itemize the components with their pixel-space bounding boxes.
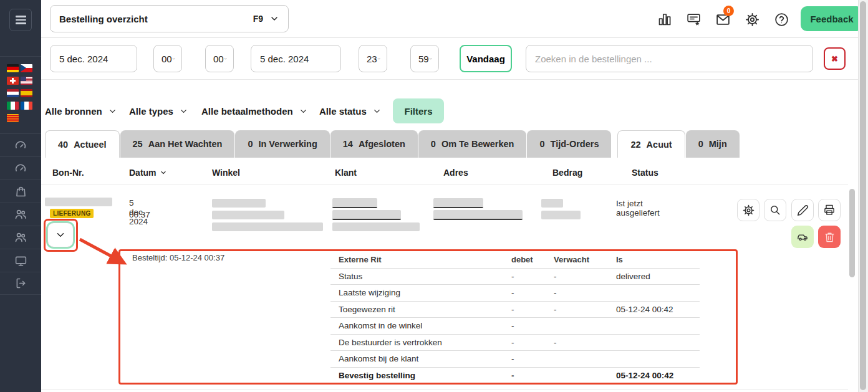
col-header-status[interactable]: Status	[632, 168, 658, 178]
minute-to-select[interactable]: 59	[410, 45, 439, 72]
col-header-adres[interactable]: Adres	[443, 168, 468, 178]
external-ride-table: Externe Rit debet Verwacht Is Status - -…	[330, 252, 700, 384]
page-scrollbar-thumb[interactable]	[860, 1, 866, 390]
minute-from-select[interactable]: 00	[205, 45, 234, 72]
tab-in-verwerking[interactable]: 0In Verwerking	[235, 130, 329, 158]
sidebar-nav	[0, 133, 41, 295]
sidebar-item-customers[interactable]	[0, 203, 41, 226]
detail-header-row: Externe Rit debet Verwacht Is	[330, 252, 700, 269]
tab-afgesloten[interactable]: 14Afgesloten	[330, 130, 418, 158]
filters-button[interactable]: Filters	[393, 98, 444, 123]
language-flags	[7, 64, 34, 127]
menu-toggle-button[interactable]	[9, 9, 32, 31]
sidebar-item-logout[interactable]	[0, 272, 41, 295]
chevron-down-icon	[429, 55, 432, 63]
detail-row-toegewezen-rit: Toegewezen rit - - 05-12-24 00:42	[330, 302, 700, 318]
order-status-text: Ist jetzt ausgeliefert	[616, 199, 660, 218]
sidebar-item-statistics[interactable]	[0, 156, 41, 179]
chevron-down-icon	[372, 107, 382, 116]
delivery-type-badge: LIEFERUNG	[50, 209, 94, 218]
detail-row-bevestig-bestelling: Bevestig bestelling - 05-12-24 00:42	[330, 368, 700, 385]
sort-desc-icon	[160, 169, 167, 176]
col-header-bedrag[interactable]: Bedrag	[552, 168, 582, 178]
chevron-down-icon	[179, 107, 188, 116]
settings-button[interactable]	[744, 11, 760, 27]
address-link-redacted[interactable]	[433, 210, 523, 220]
tab-aan-het-wachten[interactable]: 25Aan Het Wachten	[120, 130, 235, 158]
gauge-icon	[14, 138, 27, 152]
flag-italy-icon[interactable]	[7, 102, 19, 110]
flag-czech-icon[interactable]	[21, 64, 32, 72]
col-header-bonnr[interactable]: Bon-Nr.	[52, 168, 84, 178]
detail-row-aankomst-klant: Aankomst bij de klant -	[330, 351, 700, 368]
status-dropdown[interactable]: Alle status	[319, 102, 382, 120]
order-edit-button[interactable]	[791, 199, 814, 221]
topbar-divider	[41, 37, 868, 38]
col-header-winkel[interactable]: Winkel	[212, 168, 240, 178]
store-redacted	[212, 211, 284, 219]
sidebar-item-terminal[interactable]	[0, 249, 41, 272]
flag-usa-icon[interactable]	[21, 77, 32, 85]
order-delivery-button[interactable]	[791, 226, 814, 248]
search-input[interactable]	[526, 45, 813, 72]
tab-tijd-orders[interactable]: 0Tijd-Orders	[527, 130, 611, 158]
flag-switzerland-icon[interactable]	[7, 77, 19, 85]
hamburger-icon	[16, 16, 26, 17]
status-tabs: 40Actueel 25Aan Het Wachten 0In Verwerki…	[45, 130, 740, 158]
order-print-button[interactable]	[818, 199, 841, 221]
clear-search-button[interactable]: ✖	[824, 47, 846, 70]
feedback-button[interactable]: Feedback	[801, 6, 863, 31]
sources-dropdown[interactable]: Alle bronnen	[45, 102, 117, 120]
hour-to-select[interactable]: 23	[359, 45, 387, 72]
tab-acuut[interactable]: 22Acuut	[617, 130, 685, 158]
page-select[interactable]: Bestelling overzicht F9	[50, 5, 289, 32]
help-button[interactable]	[773, 11, 789, 27]
chat-star-icon	[686, 12, 702, 27]
flag-germany-icon[interactable]	[7, 64, 19, 72]
logout-icon	[14, 277, 27, 290]
header-divider	[41, 184, 848, 185]
tab-actueel[interactable]: 40Actueel	[45, 130, 120, 158]
detail-row-aankomst-winkel: Aankomst in de winkel -	[330, 318, 700, 335]
customer-link-redacted[interactable]	[332, 210, 401, 220]
flag-catalonia-icon[interactable]	[7, 114, 19, 122]
address-link-redacted[interactable]	[433, 198, 483, 208]
payment-methods-dropdown[interactable]: Alle betaalmethoden	[201, 102, 308, 120]
detail-col-debet: debet	[511, 255, 554, 264]
flag-france-icon[interactable]	[21, 102, 32, 110]
chevron-down-icon	[299, 107, 308, 116]
trash-icon	[824, 231, 836, 243]
users-icon	[14, 208, 27, 221]
reviews-button[interactable]	[685, 11, 702, 27]
flag-netherlands-icon[interactable]	[7, 89, 19, 97]
amount-redacted	[541, 199, 563, 208]
detail-row-bestuurder-vertrokken: De bestuurder is vertrokken - -	[330, 335, 700, 351]
sidebar-item-staff[interactable]	[0, 226, 41, 249]
magnifier-icon	[769, 204, 781, 216]
page-title: Bestelling overzicht	[59, 14, 148, 24]
gear-icon	[745, 12, 760, 27]
help-icon	[774, 12, 789, 27]
col-header-datum[interactable]: Datum	[129, 168, 167, 178]
sidebar-item-shop[interactable]	[0, 179, 41, 203]
order-settings-button[interactable]	[737, 199, 760, 221]
order-details-button[interactable]	[764, 199, 786, 221]
customer-link-redacted[interactable]	[332, 198, 377, 208]
date-from-input[interactable]: 5 dec. 2024	[50, 45, 137, 72]
table-scrollbar-thumb[interactable]	[849, 189, 855, 277]
col-header-klant[interactable]: Klant	[335, 168, 357, 178]
detail-row-laatste-wijziging: Laatste wijziging - -	[330, 285, 700, 302]
tab-mijn[interactable]: 0Mijn	[686, 130, 740, 158]
order-delete-button[interactable]	[818, 226, 841, 248]
hour-from-select[interactable]: 00	[153, 45, 182, 72]
filter-row-divider	[41, 79, 868, 80]
tab-om-te-bewerken[interactable]: 0Om Te Bewerken	[418, 130, 527, 158]
sidebar-item-dashboard[interactable]	[0, 133, 41, 156]
today-button[interactable]: Vandaag	[460, 45, 512, 72]
types-dropdown[interactable]: Alle types	[129, 102, 188, 120]
flag-spain-icon[interactable]	[21, 89, 32, 97]
detail-col-externe-rit: Externe Rit	[339, 255, 511, 264]
statistics-button[interactable]	[657, 11, 673, 27]
date-to-input[interactable]: 5 dec. 2024	[251, 45, 341, 72]
order-placed-time: Besteltijd: 05-12-24 00:37	[132, 253, 224, 262]
